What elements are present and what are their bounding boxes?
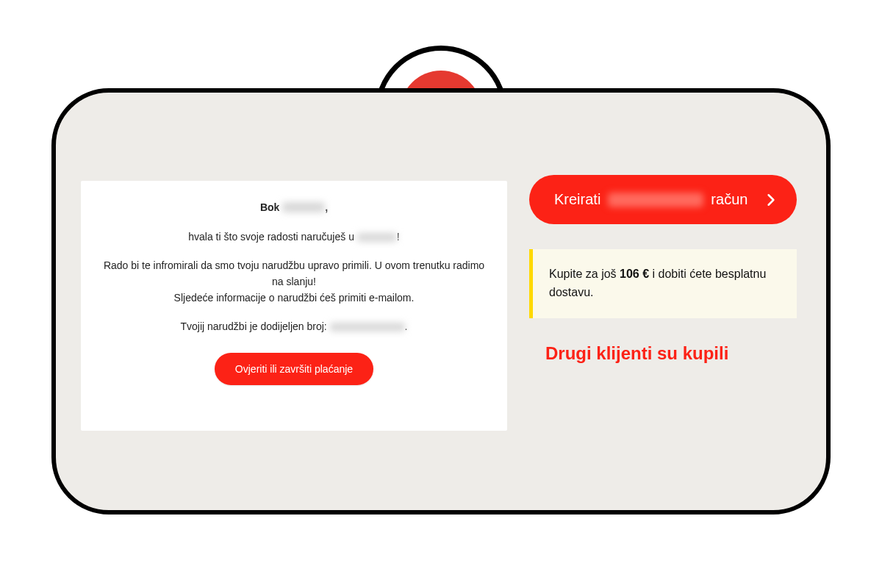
create-account-label: Kreirati račun bbox=[554, 191, 747, 208]
info-line-2: Sljedeće informacije o narudžbi ćeš prim… bbox=[174, 292, 415, 304]
redacted-order-number bbox=[330, 323, 405, 331]
order-label: Tvojij narudžbi je dodijeljen broj: bbox=[180, 320, 326, 332]
info-line-1: Rado bi te infromirali da smo tvoju naru… bbox=[104, 259, 484, 287]
redacted-brand bbox=[608, 193, 703, 207]
main-panel: Bok , hvala ti što svoje radosti naručuj… bbox=[51, 88, 831, 514]
others-bought-heading: Drugi klijenti su kupili bbox=[529, 343, 797, 364]
thanks-suffix: ! bbox=[397, 231, 400, 243]
thanks-line: hvala ti što svoje radosti naručuješ u ! bbox=[188, 229, 399, 245]
greeting-line: Bok , bbox=[260, 200, 328, 216]
verify-payment-button[interactable]: Ovjeriti ili završiti plaćanje bbox=[215, 353, 373, 385]
order-number-line: Tvojij narudžbi je dodijeljen broj: . bbox=[180, 319, 407, 335]
redacted-name bbox=[282, 202, 325, 212]
chevron-right-icon bbox=[766, 193, 776, 207]
right-column: Kreirati račun Kupite za još 106 € i dob… bbox=[529, 175, 801, 481]
order-suffix: . bbox=[405, 320, 408, 332]
greeting-prefix: Bok bbox=[260, 201, 279, 213]
create-account-button[interactable]: Kreirati račun bbox=[529, 175, 797, 224]
ship-pre: Kupite za još bbox=[549, 268, 620, 280]
create-prefix: Kreirati bbox=[554, 191, 600, 208]
order-confirmation-card: Bok , hvala ti što svoje radosti naručuj… bbox=[81, 181, 507, 431]
redacted-shop bbox=[357, 233, 397, 242]
info-block: Rado bi te infromirali da smo tvoju naru… bbox=[103, 258, 485, 306]
ship-amount: 106 € bbox=[620, 268, 649, 280]
thanks-pre: hvala ti što svoje radosti naručuješ u bbox=[188, 231, 354, 243]
free-shipping-banner: Kupite za još 106 € i dobiti ćete bespla… bbox=[529, 249, 797, 318]
create-suffix: račun bbox=[711, 191, 747, 208]
